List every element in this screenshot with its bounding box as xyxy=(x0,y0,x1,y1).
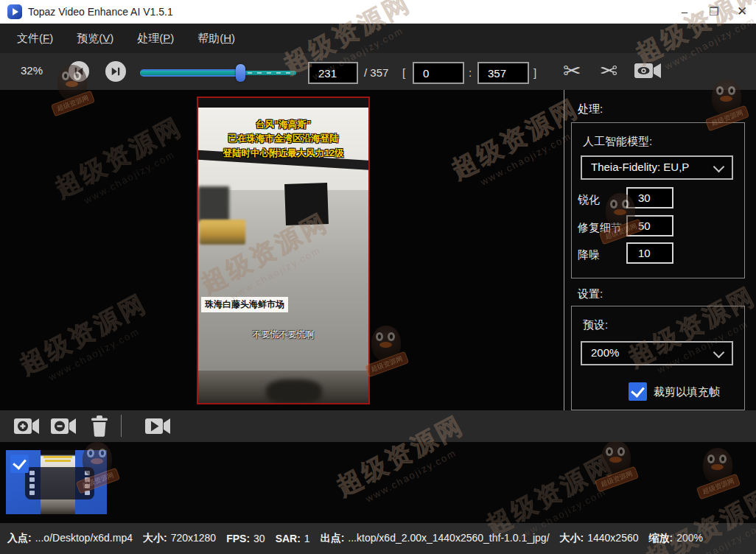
menu-help[interactable]: 帮助(H) xyxy=(191,32,242,46)
preview-camera-icon xyxy=(634,60,662,81)
restore-detail-input[interactable] xyxy=(626,215,673,236)
range-separator: : xyxy=(469,66,472,79)
process-video-icon xyxy=(144,416,171,436)
chevron-down-icon xyxy=(713,161,725,173)
preset-label: 预设: xyxy=(583,318,608,332)
denoise-label: 降噪 xyxy=(578,248,600,262)
zoom-level-label: 32% xyxy=(21,64,43,77)
video-truck xyxy=(200,220,245,245)
skip-to-start-button[interactable] xyxy=(69,61,89,82)
menu-preview[interactable]: 预览(V) xyxy=(70,32,120,46)
toolbar-divider xyxy=(121,415,122,437)
video-preview[interactable]: 台风“海高斯” 已在珠海市金湾区沿海登陆 登陆时中心附近最大风力12级 珠海白藤… xyxy=(197,97,370,404)
range-close-bracket: ] xyxy=(533,66,536,79)
right-panel: 处理: 人工智能模型: Theia-Fidelity: EU,P 锐化 修复细节… xyxy=(564,90,756,410)
title-bar: Topaz Video Enhance AI V1.5.1 – ❐ ✕ xyxy=(0,0,756,24)
range-open-bracket: [ xyxy=(402,66,405,79)
thumb-headline-hint xyxy=(43,456,72,458)
settings-heading: 设置: xyxy=(578,287,603,301)
clip-selected-checkbox[interactable] xyxy=(10,455,29,473)
headline-line1: 台风“海高斯” xyxy=(198,118,368,132)
video-top-shadow xyxy=(198,98,368,108)
menu-file[interactable]: 文件(F) xyxy=(10,32,60,46)
video-headline: 台风“海高斯” 已在珠海市金湾区沿海登陆 登陆时中心附近最大风力12级 xyxy=(198,118,368,161)
processing-heading: 处理: xyxy=(578,102,603,116)
slider-handle[interactable] xyxy=(236,64,245,82)
video-left-structure xyxy=(198,186,229,222)
trim-out-button[interactable]: ✂ xyxy=(600,58,617,83)
video-dark-reflection xyxy=(266,379,322,404)
video-canopy xyxy=(284,183,329,225)
menu-bar: 文件(F) 预览(V) 处理(P) 帮助(H) xyxy=(0,24,756,53)
status-in-point: 入点:...o/Desktop/x6d.mp4 xyxy=(7,532,133,545)
maximize-button[interactable]: ❐ xyxy=(701,0,727,24)
trash-icon xyxy=(90,416,109,437)
range-start-input[interactable] xyxy=(413,62,464,84)
preset-dropdown[interactable]: 200% xyxy=(581,341,733,365)
clip-thumbnail-selected[interactable] xyxy=(6,450,107,514)
status-fps: FPS:30 xyxy=(226,533,265,544)
denoise-input[interactable] xyxy=(626,242,673,264)
status-bar: 入点:...o/Desktop/x6d.mp4 大小:720x1280 FPS:… xyxy=(0,523,756,554)
app-window: Topaz Video Enhance AI V1.5.1 – ❐ ✕ 文件(F… xyxy=(0,0,756,554)
chevron-down-icon xyxy=(713,347,725,359)
ai-model-group: 人工智能模型: Theia-Fidelity: EU,P 锐化 修复细节 降噪 xyxy=(571,122,745,278)
sharpen-input[interactable] xyxy=(626,187,673,208)
status-scale: 缩放:200% xyxy=(649,532,703,545)
minimize-button[interactable]: – xyxy=(672,0,697,24)
current-frame-input[interactable] xyxy=(308,62,358,84)
skip-to-start-icon xyxy=(72,65,85,78)
ai-model-dropdown[interactable]: Theia-Fidelity: EU,P xyxy=(581,155,733,180)
skip-to-end-button[interactable] xyxy=(105,61,126,82)
thumb-headline-hint xyxy=(45,460,71,462)
crop-to-fill-label: 裁剪以填充帧 xyxy=(654,385,720,399)
scissors-icon: ✂ xyxy=(600,59,617,83)
app-logo-icon xyxy=(7,4,22,19)
slider-tick-marks xyxy=(248,72,292,74)
status-out-point: 出点:...ktop/x6d_2.00x_1440x2560_thf-1.0.1… xyxy=(321,532,550,545)
headline-line3: 登陆时中心附近最大风力12级 xyxy=(198,147,368,161)
ai-model-label: 人工智能模型: xyxy=(583,135,652,149)
delete-video-button[interactable] xyxy=(90,416,109,440)
crop-to-fill-checkbox[interactable] xyxy=(629,382,647,401)
trim-in-button[interactable]: ✂ xyxy=(563,58,581,83)
clip-list xyxy=(0,442,756,523)
status-out-size: 大小:1440x2560 xyxy=(560,532,639,545)
total-frames-label: / 357 xyxy=(364,66,388,79)
preview-render-button[interactable] xyxy=(634,60,662,84)
status-sar: SAR:1 xyxy=(276,533,310,544)
preset-group: 预设: 200% 裁剪以填充帧 xyxy=(571,306,745,410)
clip-toolbar xyxy=(0,410,756,442)
menu-process[interactable]: 处理(P) xyxy=(130,32,181,46)
scissors-icon: ✂ xyxy=(563,59,581,83)
video-subtitle: 不要慌不要慌啊 xyxy=(198,329,368,341)
add-video-button[interactable] xyxy=(13,416,40,439)
filmstrip-overlay-icon xyxy=(25,467,94,499)
skip-to-end-icon xyxy=(109,65,122,78)
ai-model-value: Theia-Fidelity: EU,P xyxy=(591,161,689,173)
restore-detail-label: 修复细节 xyxy=(578,221,622,235)
timeline-slider[interactable] xyxy=(140,63,296,83)
close-button[interactable]: ✕ xyxy=(729,0,755,24)
video-location-label: 珠海白藤头海鲜市场 xyxy=(201,297,288,312)
sharpen-label: 锐化 xyxy=(578,193,600,207)
preset-value: 200% xyxy=(591,346,619,359)
headline-line2: 已在珠海市金湾区沿海登陆 xyxy=(198,132,368,146)
status-in-size: 大小:720x1280 xyxy=(143,532,216,545)
remove-video-icon xyxy=(50,416,77,436)
window-title: Topaz Video Enhance AI V1.5.1 xyxy=(28,6,173,18)
process-video-button[interactable] xyxy=(144,416,171,439)
add-video-icon xyxy=(13,416,40,436)
remove-video-button[interactable] xyxy=(50,416,77,439)
range-end-input[interactable] xyxy=(477,62,529,84)
